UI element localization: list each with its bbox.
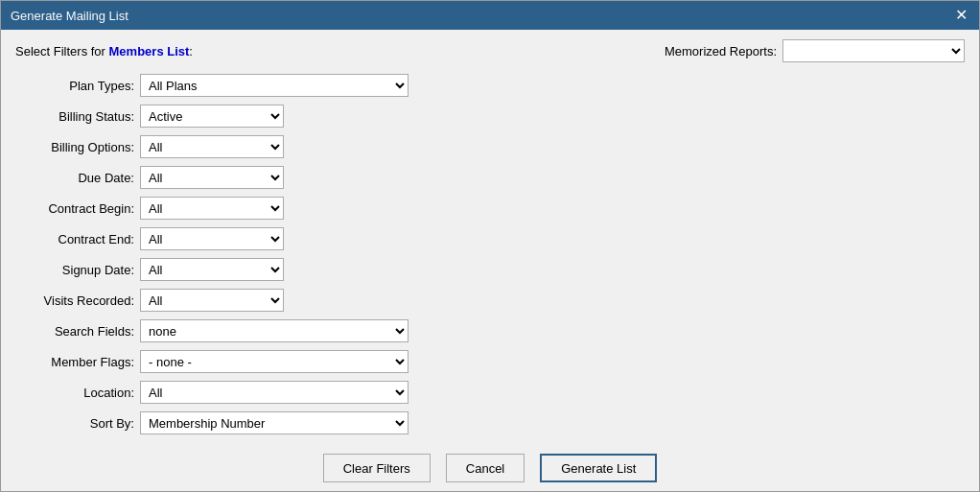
form-col-1: Plan Types: All Plans Plan A Plan B Bill…: [15, 74, 480, 442]
contract-end-row: Contract End: All This Month Last Month: [15, 227, 480, 250]
sort-by-label: Sort By:: [15, 416, 140, 431]
location-label: Location:: [15, 386, 140, 400]
plan-types-label: Plan Types:: [15, 79, 140, 93]
close-button[interactable]: ✕: [952, 7, 969, 24]
billing-status-select[interactable]: Active Inactive All: [140, 105, 284, 128]
due-date-select[interactable]: All Today This Week: [140, 166, 284, 189]
footer-row: Clear Filters Cancel Generate List: [15, 442, 965, 490]
plan-types-select[interactable]: All Plans Plan A Plan B: [140, 74, 408, 97]
visits-recorded-label: Visits Recorded:: [15, 293, 140, 308]
contract-begin-label: Contract Begin:: [15, 201, 140, 216]
due-date-label: Due Date:: [15, 171, 140, 185]
dialog-body: Select Filters for Members List: Memoriz…: [1, 30, 979, 491]
contract-end-select[interactable]: All This Month Last Month: [140, 227, 284, 250]
location-select[interactable]: All Location A Location B: [140, 381, 408, 404]
cancel-button[interactable]: Cancel: [446, 454, 525, 482]
member-flags-row: Member Flags: - none - Flag A Flag B: [15, 350, 480, 373]
billing-status-row: Billing Status: Active Inactive All: [15, 105, 480, 128]
generate-list-button[interactable]: Generate List: [540, 454, 657, 482]
contract-end-label: Contract End:: [15, 232, 140, 246]
sort-by-select[interactable]: Membership Number Name Join Date: [140, 411, 408, 434]
plan-types-row: Plan Types: All Plans Plan A Plan B: [15, 74, 480, 97]
dialog-title: Generate Mailing List: [11, 9, 128, 23]
memorized-reports-label: Memorized Reports:: [665, 44, 777, 59]
location-row: Location: All Location A Location B: [15, 381, 480, 404]
search-fields-label: Search Fields:: [15, 324, 140, 339]
form-grid: Plan Types: All Plans Plan A Plan B Bill…: [15, 74, 965, 442]
sort-by-row: Sort By: Membership Number Name Join Dat…: [15, 411, 480, 434]
content-area: Plan Types: All Plans Plan A Plan B Bill…: [15, 74, 965, 442]
visits-recorded-row: Visits Recorded: All Today This Week: [15, 289, 480, 312]
billing-status-label: Billing Status:: [15, 109, 140, 124]
billing-options-row: Billing Options: All Option A Option B: [15, 135, 480, 158]
filter-header-label: Select Filters for Members List:: [15, 44, 193, 59]
search-fields-row: Search Fields: none Name Email Phone: [15, 319, 480, 342]
member-flags-label: Member Flags:: [15, 355, 140, 369]
billing-options-select[interactable]: All Option A Option B: [140, 135, 284, 158]
clear-filters-button[interactable]: Clear Filters: [323, 454, 431, 482]
member-flags-select[interactable]: - none - Flag A Flag B: [140, 350, 408, 373]
contract-begin-select[interactable]: All This Month Last Month: [140, 197, 284, 220]
signup-date-select[interactable]: All This Month Last Month: [140, 258, 284, 281]
dialog-generate-mailing-list: Generate Mailing List ✕ Select Filters f…: [0, 0, 980, 492]
billing-options-label: Billing Options:: [15, 140, 140, 154]
memorized-reports-select[interactable]: [782, 39, 965, 62]
form-col-2: [500, 74, 965, 442]
contract-begin-row: Contract Begin: All This Month Last Mont…: [15, 197, 480, 220]
due-date-row: Due Date: All Today This Week: [15, 166, 480, 189]
signup-date-row: Signup Date: All This Month Last Month: [15, 258, 480, 281]
visits-recorded-select[interactable]: All Today This Week: [140, 289, 284, 312]
header-row: Select Filters for Members List: Memoriz…: [15, 39, 965, 62]
memorized-reports-row: Memorized Reports:: [665, 39, 965, 62]
title-bar: Generate Mailing List ✕: [1, 1, 979, 30]
search-fields-select[interactable]: none Name Email Phone: [140, 319, 408, 342]
signup-date-label: Signup Date:: [15, 263, 140, 277]
